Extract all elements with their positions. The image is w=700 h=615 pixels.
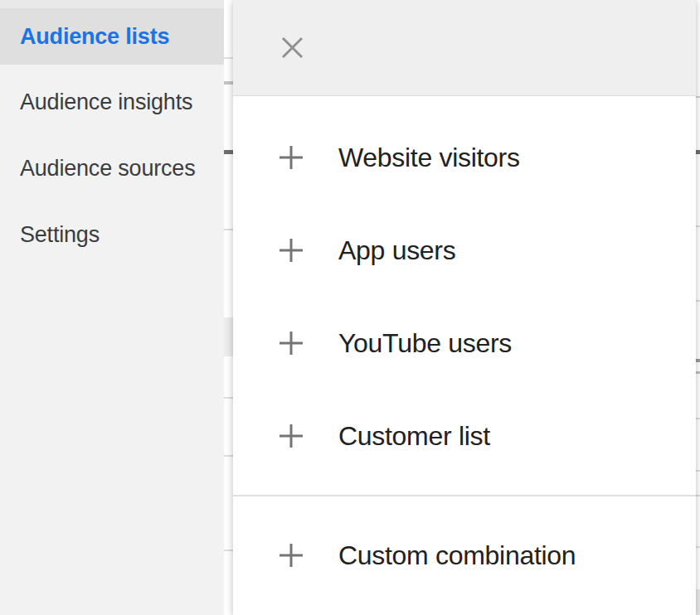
option-youtube-users[interactable]: YouTube users: [233, 297, 696, 390]
background-row-divider: [696, 546, 700, 548]
sidebar-item-label: Audience sources: [20, 156, 195, 182]
background-row-divider: [696, 495, 700, 496]
background-row-divider: [224, 455, 233, 457]
option-custom-combination[interactable]: Custom combination: [233, 509, 696, 602]
background-row-divider: [224, 397, 233, 399]
sidebar-top-strip: [0, 0, 224, 8]
sidebar-item-audience-sources[interactable]: Audience sources: [0, 140, 224, 196]
sidebar-item-audience-lists[interactable]: Audience lists: [0, 8, 224, 65]
plus-icon: [278, 144, 304, 171]
option-label: YouTube users: [338, 328, 512, 359]
sidebar-item-label: Audience lists: [20, 24, 169, 50]
audience-manager-screen: Audience lists Audience insights Audienc…: [0, 0, 700, 615]
sidebar-nav: Audience lists Audience insights Audienc…: [0, 0, 224, 615]
option-app-users[interactable]: App users: [233, 204, 696, 297]
background-table-header-line: [696, 150, 700, 154]
plus-icon: [278, 423, 304, 449]
background-row-divider: [696, 418, 700, 419]
background-row-divider: [696, 470, 700, 472]
background-page-strip-right: [696, 0, 700, 615]
background-row-divider: [224, 57, 233, 59]
background-row-divider: [696, 371, 700, 374]
background-table-header-line: [224, 150, 233, 154]
option-label: App users: [338, 235, 455, 266]
background-row-divider: [696, 225, 700, 227]
plus-icon: [278, 330, 304, 356]
plus-icon: [278, 542, 304, 569]
background-row-divider: [224, 229, 233, 230]
sidebar-item-audience-insights[interactable]: Audience insights: [0, 74, 224, 130]
option-label: Custom combination: [338, 540, 576, 571]
option-label: Customer list: [338, 421, 490, 452]
close-button[interactable]: [273, 28, 311, 66]
background-row-divider: [696, 96, 700, 98]
option-customer-list[interactable]: Customer list: [233, 390, 696, 482]
panel-header: [233, 0, 696, 96]
option-website-visitors[interactable]: Website visitors: [233, 111, 696, 204]
sidebar-item-settings[interactable]: Settings: [0, 206, 224, 263]
background-footer-block: [696, 589, 700, 615]
option-label: Website visitors: [338, 143, 520, 173]
background-row-divider: [224, 81, 233, 85]
background-row-divider: [224, 550, 233, 551]
close-icon: [280, 35, 305, 61]
background-highlight-block: [224, 317, 233, 356]
options-group-divider: [233, 495, 696, 496]
sidebar-item-label: Audience insights: [20, 90, 192, 115]
background-row-divider: [696, 359, 700, 362]
sidebar-item-label: Settings: [20, 222, 100, 248]
create-audience-panel: Website visitors App users YouTube users…: [233, 0, 696, 615]
background-row-divider: [696, 300, 700, 302]
plus-icon: [278, 237, 304, 264]
background-page-strip-left: [224, 0, 233, 615]
